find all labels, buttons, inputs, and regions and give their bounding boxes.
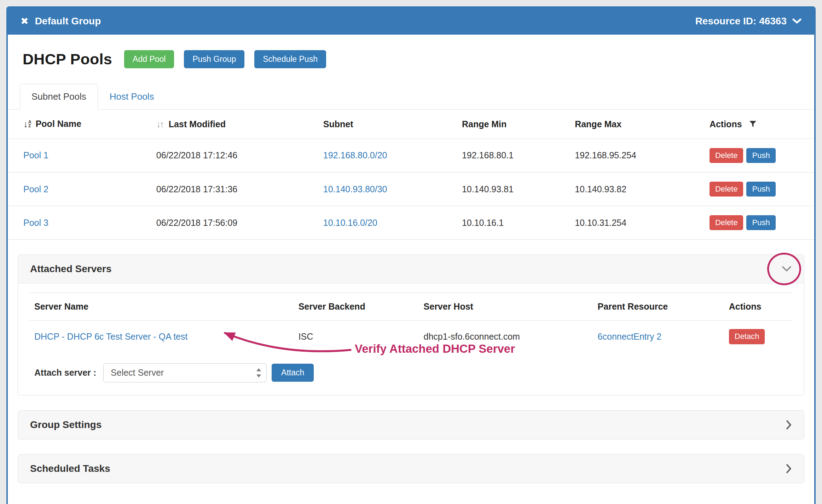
push-pool-button[interactable]: Push [746,215,775,230]
delete-pool-button[interactable]: Delete [710,148,743,163]
page-title: DHCP Pools [23,51,112,68]
pool-row: Pool 2 06/22/2018 17:31:36 10.140.93.80/… [8,172,814,206]
server-backend-header: Server Backend [294,293,419,321]
pool-name-header[interactable]: ↓ A Z Pool Name [8,110,151,139]
range-min-header: Range Min [457,110,570,139]
range-min-cell: 10.10.16.1 [457,206,570,240]
attached-servers-title: Attached Servers [30,263,111,275]
window-title: Default Group [35,16,101,27]
titlebar: ✖ Default Group Resource ID: 46363 [8,8,814,35]
server-host-cell: dhcp1-sfo.6connect.com [419,321,593,353]
server-name-link[interactable]: DHCP - DHCP 6c Test Server - QA test [34,332,187,341]
last-modified-header[interactable]: ↓↑ Last Modified [151,110,318,139]
pool-row: Pool 1 06/22/2018 17:12:46 192.168.80.0/… [8,139,814,172]
pool-row: Pool 3 06/22/2018 17:56:09 10.10.16.0/20… [8,206,814,240]
server-select-value: Select Server [111,368,164,378]
tab-subnet-pools[interactable]: Subnet Pools [20,84,98,110]
range-min-cell: 10.140.93.81 [457,172,570,206]
chevron-right-icon[interactable] [786,420,792,430]
push-group-button[interactable]: Push Group [184,50,244,68]
add-pool-button[interactable]: Add Pool [124,50,174,68]
select-arrows-icon [256,368,261,378]
range-max-header: Range Max [570,110,705,139]
attach-server-row: Attach server : Select Server Attach [29,363,793,382]
actions-header-label: Actions [710,119,742,129]
content-area: DHCP Pools Add Pool Push Group Schedule … [8,35,814,504]
parent-resource-link[interactable]: 6connectEntry 2 [598,332,662,341]
server-select[interactable]: Select Server [103,363,267,382]
scheduled-tasks-header[interactable]: Scheduled Tasks [18,455,804,483]
attached-servers-table: Server Name Server Backend Server Host P… [29,293,793,352]
range-max-cell: 10.140.93.82 [570,172,705,206]
server-backend-cell: ISC [294,321,419,353]
attach-server-label: Attach server : [34,368,96,378]
filter-icon[interactable] [749,121,757,128]
range-max-cell: 192.168.95.254 [570,139,705,172]
attached-servers-body: Server Name Server Backend Server Host P… [18,283,804,395]
sort-letter-z: Z [28,124,31,128]
server-host-header: Server Host [419,293,593,321]
page-head: DHCP Pools Add Pool Push Group Schedule … [8,50,814,68]
push-pool-button[interactable]: Push [746,182,775,197]
delete-pool-button[interactable]: Delete [710,182,743,197]
pool-name-link[interactable]: Pool 3 [23,218,48,228]
resource-id-label: Resource ID: 46363 [695,16,787,27]
sort-alpha-asc-icon: ↓ A Z [23,119,31,129]
last-modified-cell: 06/22/2018 17:56:09 [151,206,318,240]
chevron-down-icon[interactable] [781,266,792,272]
last-modified-header-label: Last Modified [169,119,226,129]
sort-arrow-glyph: ↓ [23,119,28,129]
schedule-push-button[interactable]: Schedule Push [254,50,326,68]
default-group-window: ✖ Default Group Resource ID: 46363 DHCP … [6,6,816,504]
group-settings-header[interactable]: Group Settings [18,411,804,439]
last-modified-cell: 06/22/2018 17:31:36 [151,172,318,206]
pool-name-header-label: Pool Name [36,119,81,129]
server-actions-header: Actions [724,293,793,321]
scheduled-tasks-panel: Scheduled Tasks [18,454,804,483]
subnet-header: Subnet [318,110,457,139]
delete-pool-button[interactable]: Delete [710,215,743,230]
resource-id-dropdown[interactable]: Resource ID: 46363 [695,16,801,27]
scheduled-tasks-title: Scheduled Tasks [30,463,110,474]
pools-table-header-row: ↓ A Z Pool Name ↓↑ Last M [8,110,814,139]
close-icon[interactable]: ✖ [21,17,29,26]
group-settings-panel: Group Settings [18,410,804,439]
attached-servers-header[interactable]: Attached Servers [18,255,804,283]
range-max-cell: 10.10.31.254 [570,206,705,240]
group-settings-title: Group Settings [30,419,102,430]
attached-servers-panel: Attached Servers Server Name Server Back… [18,254,804,395]
last-modified-cell: 06/22/2018 17:12:46 [151,139,318,172]
subnet-link[interactable]: 10.10.16.0/20 [323,218,377,228]
titlebar-left: ✖ Default Group [21,16,101,27]
pool-tabs: Subnet Pools Host Pools [8,84,814,110]
server-row: DHCP - DHCP 6c Test Server - QA test ISC… [29,321,793,353]
pools-table: ↓ A Z Pool Name ↓↑ Last M [8,110,814,240]
servers-table-header-row: Server Name Server Backend Server Host P… [29,293,793,321]
tab-host-pools[interactable]: Host Pools [98,84,166,110]
subnet-link[interactable]: 192.168.80.0/20 [323,150,387,160]
server-name-header: Server Name [29,293,294,321]
pool-name-link[interactable]: Pool 2 [23,184,48,194]
chevron-right-icon[interactable] [786,463,792,474]
push-pool-button[interactable]: Push [746,148,775,163]
parent-resource-header: Parent Resource [593,293,724,321]
chevron-down-icon [792,18,801,24]
attach-button[interactable]: Attach [272,364,314,382]
range-min-cell: 192.168.80.1 [457,139,570,172]
sort-updown-icon: ↓↑ [156,119,163,129]
detach-button[interactable]: Detach [729,329,765,344]
actions-header: Actions [705,110,814,139]
pool-name-link[interactable]: Pool 1 [23,150,48,160]
subnet-link[interactable]: 10.140.93.80/30 [323,184,387,194]
